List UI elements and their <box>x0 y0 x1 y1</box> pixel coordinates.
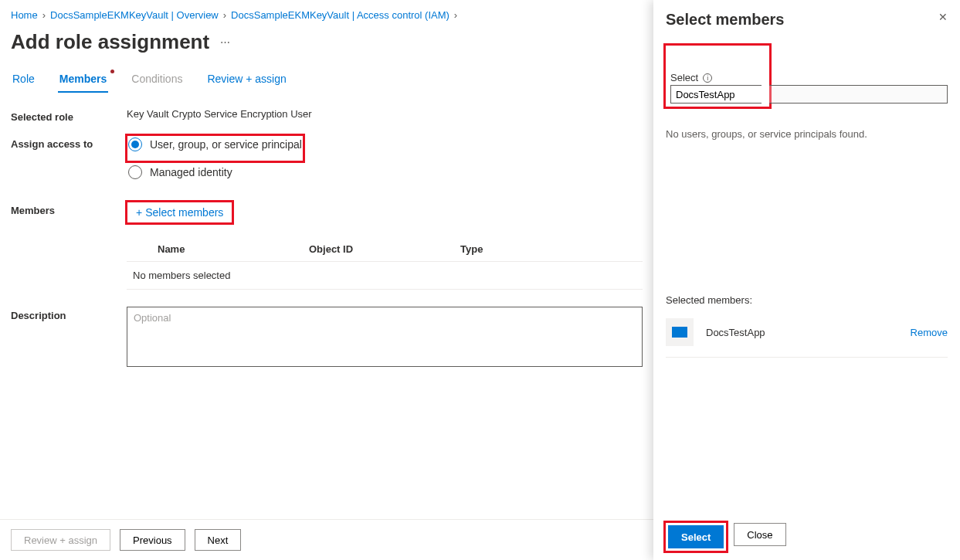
tab-conditions: Conditions <box>130 70 184 93</box>
selected-members-title: Selected members: <box>666 294 948 306</box>
radio-managed-label: Managed identity <box>150 166 232 178</box>
col-object-id: Object ID <box>309 243 460 255</box>
panel-select-label: Select <box>670 72 698 83</box>
selected-role-label: Selected role <box>11 108 127 123</box>
radio-user-label: User, group, or service principal <box>150 138 302 151</box>
row-assign-access: Assign access to User, group, or service… <box>11 135 643 189</box>
next-button[interactable]: Next <box>195 529 242 551</box>
select-button[interactable]: Select <box>668 525 724 548</box>
breadcrumb: Home › DocsSampleEKMKeyVault | Overview … <box>11 8 643 25</box>
members-table: Name Object ID Type No members selected <box>127 237 643 290</box>
panel-title: Select members <box>666 11 784 29</box>
app-icon <box>666 318 694 346</box>
select-members-panel: Select members ✕ Select i No users, grou… <box>653 0 960 560</box>
row-selected-role: Selected role Key Vault Crypto Service E… <box>11 108 643 123</box>
chevron-right-icon: › <box>223 9 226 21</box>
assign-access-label: Assign access to <box>11 135 127 150</box>
row-description: Description <box>11 307 643 369</box>
selected-member-name: DocsTestApp <box>706 327 765 338</box>
chevron-right-icon: › <box>454 9 457 21</box>
remove-member-button[interactable]: Remove <box>911 327 948 338</box>
tabs: Role Members Conditions Review + assign <box>11 70 643 93</box>
radio-user-group-sp[interactable]: User, group, or service principal <box>127 135 304 154</box>
select-members-label: Select members <box>145 206 223 219</box>
footer: Review + assign Previous Next <box>0 519 653 560</box>
breadcrumb-iam[interactable]: DocsSampleEKMKeyVault | Access control (… <box>231 9 449 21</box>
col-name: Name <box>158 243 309 255</box>
more-actions-icon[interactable]: ⋯ <box>220 36 230 48</box>
breadcrumb-home[interactable]: Home <box>11 9 38 21</box>
panel-select-label-row: Select i <box>670 72 765 83</box>
previous-button[interactable]: Previous <box>120 529 185 551</box>
tab-review[interactable]: Review + assign <box>205 70 287 93</box>
no-results-text: No users, groups, or service principals … <box>666 128 948 140</box>
page-title: Add role assignment <box>11 30 209 54</box>
tab-members[interactable]: Members <box>58 70 108 93</box>
col-type: Type <box>460 243 612 255</box>
page-header: Add role assignment ⋯ <box>11 25 643 70</box>
chevron-right-icon: › <box>42 9 46 21</box>
description-input[interactable] <box>127 307 643 367</box>
selected-member-row: DocsTestApp Remove <box>666 311 948 358</box>
close-button[interactable]: Close <box>734 523 785 546</box>
members-label: Members <box>11 202 127 216</box>
panel-header: Select members ✕ <box>666 11 948 29</box>
description-label: Description <box>11 307 127 321</box>
select-members-button[interactable]: + Select members <box>133 205 226 220</box>
search-input-ext[interactable] <box>769 85 948 104</box>
breadcrumb-overview[interactable]: DocsSampleEKMKeyVault | Overview <box>50 9 219 21</box>
info-icon[interactable]: i <box>703 73 712 83</box>
selected-members-section: Selected members: DocsTestApp Remove <box>666 294 948 358</box>
main-area: Home › DocsSampleEKMKeyVault | Overview … <box>0 0 653 560</box>
selected-role-value: Key Vault Crypto Service Encryption User <box>127 108 643 120</box>
radio-unselected-icon <box>128 165 142 179</box>
close-icon[interactable]: ✕ <box>938 11 948 23</box>
members-table-header: Name Object ID Type <box>127 237 643 262</box>
search-input[interactable] <box>670 85 762 104</box>
row-members: Members + Select members <box>11 202 643 223</box>
radio-selected-icon <box>128 137 142 151</box>
tab-members-label: Members <box>59 73 107 85</box>
radio-managed-identity[interactable]: Managed identity <box>127 163 643 182</box>
plus-icon: + <box>136 206 142 219</box>
panel-footer: Select Close <box>666 523 948 551</box>
members-empty-text: No members selected <box>127 262 643 289</box>
required-dot-icon <box>110 70 114 73</box>
tab-role[interactable]: Role <box>11 70 36 93</box>
review-assign-button: Review + assign <box>11 529 110 551</box>
